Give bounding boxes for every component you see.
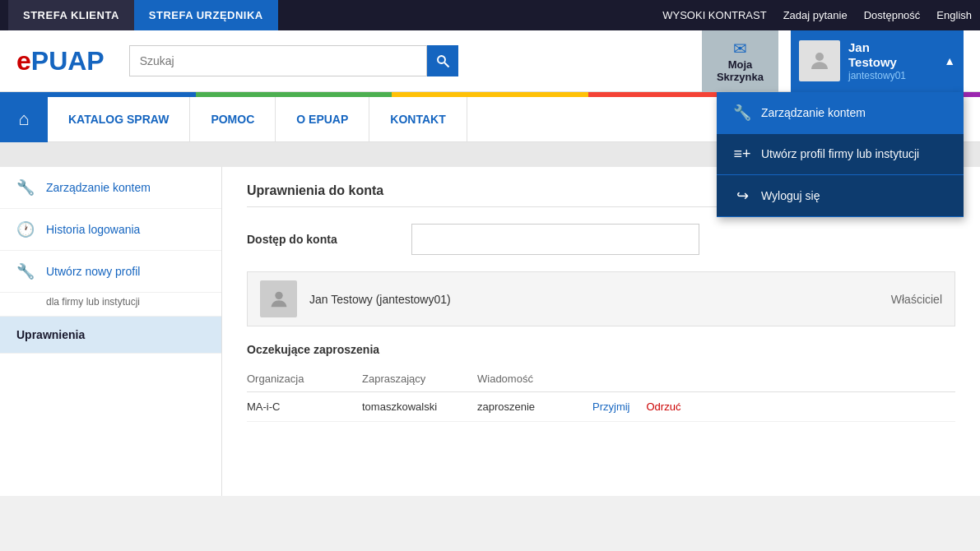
search-bar (129, 45, 458, 76)
ask-question-link[interactable]: Zadaj pytanie (783, 9, 848, 21)
user-dropdown-menu: 🔧 Zarządzanie kontem ≡+ Utwórz profil fi… (717, 92, 964, 217)
user-info: Jan Testowy jantestowy01 (848, 40, 936, 81)
sidebar-item-zarzadzanie[interactable]: 🔧 Zarządzanie kontem (0, 167, 221, 209)
wrench-icon: 🔧 (733, 104, 751, 122)
user-row-role: Właściciel (891, 293, 942, 306)
logo-text: ePUAP (16, 46, 105, 76)
svg-point-3 (275, 291, 282, 299)
inv-from: tomaszkowalski (362, 401, 461, 413)
dropdown-manage-label: Zarządzanie kontem (761, 106, 866, 119)
col-header-from: Zapraszający (362, 373, 461, 385)
nav-katalog[interactable]: KATALOG SPRAW (48, 97, 190, 142)
user-menu-button[interactable]: Jan Testowy jantestowy01 ▲ (791, 30, 964, 92)
logout-icon: ↪ (733, 187, 751, 205)
nav-kontakt[interactable]: KONTAKT (369, 97, 467, 142)
inv-org: MA-i-C (247, 401, 346, 413)
dostep-row: Dostęp do konta (247, 224, 955, 255)
search-input[interactable] (129, 45, 427, 76)
inv-reject-button[interactable]: Odrzuć (647, 401, 681, 413)
tab-strefa-urzednika[interactable]: STREFA URZĘDNIKA (134, 0, 278, 30)
svg-point-0 (438, 56, 445, 63)
inv-accept-button[interactable]: Przyjmij (592, 401, 630, 413)
sidebar-label-historia: Historia logowania (46, 223, 140, 236)
dropdown-logout-label: Wyloguj się (761, 189, 820, 202)
sidebar-item-historia[interactable]: 🕐 Historia logowania (0, 209, 221, 251)
invitations-table-header: Organizacja Zapraszający Wiadomość (247, 366, 955, 392)
high-contrast-link[interactable]: WYSOKI KONTRAST (662, 9, 766, 21)
accessibility-link[interactable]: Dostępność (864, 9, 921, 21)
nav-pomoc[interactable]: POMOC (190, 97, 276, 142)
chevron-up-icon: ▲ (944, 54, 955, 67)
sidebar-sub-utworz: dla firmy lub instytucji (0, 293, 221, 317)
avatar (799, 40, 840, 81)
user-row-avatar (260, 280, 297, 317)
sidebar-item-uprawnienia: Uprawnienia (0, 317, 221, 354)
dropdown-create-profile[interactable]: ≡+ Utwórz profil firmy lub instytucji (717, 134, 964, 175)
dropdown-logout[interactable]: ↪ Wyloguj się (717, 175, 964, 217)
top-bar-tabs: STREFA KLIENTA STREFA URZĘDNIKA (8, 0, 278, 30)
add-profile-icon: ≡+ (733, 146, 751, 163)
user-row-name: Jan Testowy (jantestowy01) (309, 293, 879, 306)
sidebar-label-uprawnienia: Uprawnienia (16, 328, 85, 341)
wrench-icon: 🔧 (16, 178, 35, 197)
sidebar: 🔧 Zarządzanie kontem 🕐 Historia logowani… (0, 167, 222, 496)
dostep-label: Dostęp do konta (247, 233, 395, 246)
svg-line-1 (444, 63, 448, 67)
top-bar: STREFA KLIENTA STREFA URZĘDNIKA WYSOKI K… (0, 0, 980, 30)
dropdown-create-label: Utwórz profil firmy lub instytucji (761, 147, 919, 160)
moja-skrzynka-label: Moja Skrzynka (717, 58, 764, 83)
nav-o-epuap[interactable]: O ePUAP (276, 97, 369, 142)
logo[interactable]: ePUAP (16, 46, 105, 76)
search-button[interactable] (427, 45, 458, 76)
dostep-input[interactable] (411, 224, 699, 255)
col-header-msg: Wiadomość (477, 373, 576, 385)
nav-links: KATALOG SPRAW POMOC O ePUAP KONTAKT (48, 97, 467, 142)
user-row: Jan Testowy (jantestowy01) Właściciel (247, 271, 955, 326)
english-link[interactable]: English (936, 9, 972, 21)
new-profile-icon: 🔧 (16, 262, 35, 280)
moja-skrzynka-button[interactable]: ✉ Moja Skrzynka (702, 30, 778, 92)
user-login: jantestowy01 (848, 70, 936, 81)
dropdown-manage-account[interactable]: 🔧 Zarządzanie kontem (717, 92, 964, 134)
header: ePUAP ✉ Moja Skrzynka (0, 30, 980, 92)
clock-icon: 🕐 (16, 220, 35, 238)
envelope-icon: ✉ (733, 39, 747, 58)
tab-strefa-klienta[interactable]: STREFA KLIENTA (8, 0, 134, 30)
sidebar-item-utworz[interactable]: 🔧 Utwórz nowy profil (0, 251, 221, 293)
user-full-name: Jan Testowy (848, 40, 936, 70)
svg-point-2 (815, 53, 824, 61)
home-button[interactable]: ⌂ (0, 97, 48, 142)
col-header-org: Organizacja (247, 373, 346, 385)
user-dropdown-container: Jan Testowy jantestowy01 ▲ 🔧 Zarządzanie… (791, 30, 964, 92)
sidebar-label-zarzadzanie: Zarządzanie kontem (46, 181, 151, 194)
inv-msg: zaproszenie (477, 401, 576, 413)
invitations-section: Oczekujące zaproszenia Organizacja Zapra… (247, 343, 955, 422)
header-right: ✉ Moja Skrzynka Jan Testowy (702, 30, 964, 92)
top-bar-right: WYSOKI KONTRAST Zadaj pytanie Dostępność… (662, 9, 972, 21)
invitations-label: Oczekujące zaproszenia (247, 343, 955, 356)
sidebar-label-utworz: Utwórz nowy profil (46, 265, 140, 278)
invitation-row: MA-i-C tomaszkowalski zaproszenie Przyjm… (247, 392, 955, 422)
